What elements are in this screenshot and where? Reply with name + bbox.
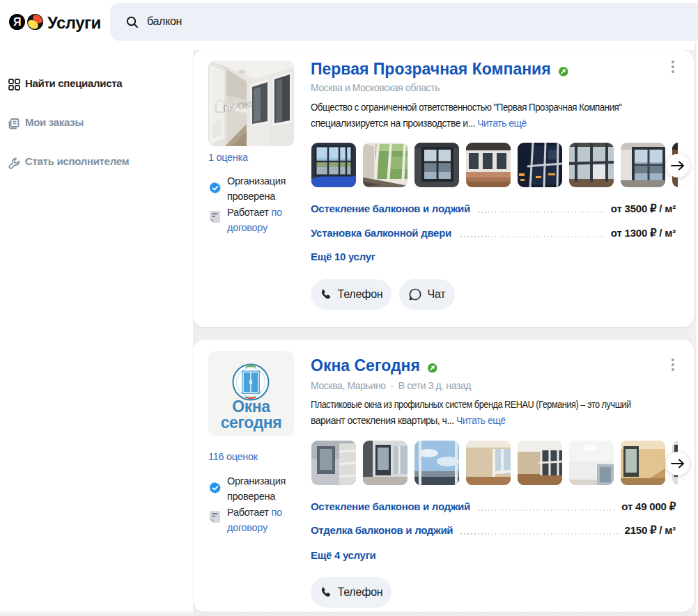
- svg-text:Я: Я: [13, 16, 22, 28]
